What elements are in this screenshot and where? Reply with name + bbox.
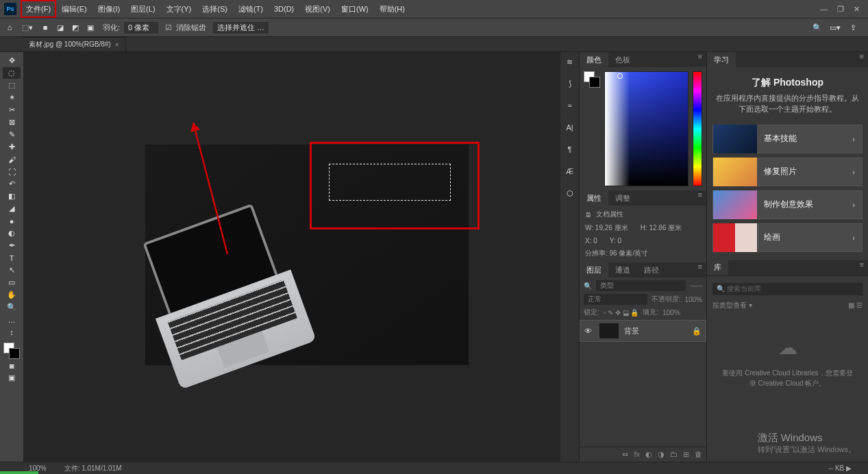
hue-slider[interactable]: [693, 71, 702, 186]
eraser-tool-icon[interactable]: ◧: [3, 190, 21, 202]
document-canvas[interactable]: [145, 145, 469, 365]
panel-menu-icon[interactable]: ≡: [694, 262, 706, 277]
fgbg-swatches[interactable]: [584, 71, 600, 88]
frame-tool-icon[interactable]: ⊠: [3, 116, 21, 128]
menu-file[interactable]: 文件(F): [21, 0, 56, 18]
brush-tool-icon[interactable]: 🖌: [3, 153, 21, 165]
feather-input[interactable]: 0 像素: [124, 22, 158, 34]
learn-card-paint[interactable]: 绘画›: [712, 223, 863, 252]
marquee-tool-icon[interactable]: ◌: [3, 67, 21, 79]
lasso-tool-icon[interactable]: ⬚: [3, 79, 21, 91]
refine-edge-button[interactable]: 选择并遮住 …: [213, 22, 269, 34]
tab-channels[interactable]: 通道: [608, 262, 637, 277]
subtract-selection-icon[interactable]: ◩: [70, 22, 81, 33]
brushes-panel-icon[interactable]: ≋: [563, 55, 577, 68]
document-tab[interactable]: 素材.jpg @ 100%(RGB/8#) ×: [22, 37, 126, 51]
new-selection-icon[interactable]: ■: [40, 22, 51, 33]
tab-paths[interactable]: 路径: [637, 262, 666, 277]
clone-panel-icon[interactable]: ≈: [563, 99, 577, 112]
panel-menu-icon[interactable]: ≡: [694, 190, 706, 205]
learn-card-effects[interactable]: 制作创意效果›: [712, 190, 863, 219]
layer-thumbnail[interactable]: [599, 323, 619, 338]
menu-view[interactable]: 视图(V): [299, 0, 336, 18]
3d-panel-icon[interactable]: ⬡: [563, 186, 577, 200]
bg-swatch[interactable]: [589, 77, 600, 88]
shape-tool-icon[interactable]: ▭: [3, 277, 21, 288]
paragraph-panel-icon[interactable]: ¶: [563, 142, 577, 156]
move-tool-icon[interactable]: ✥: [3, 55, 21, 66]
delete-icon[interactable]: 🗑: [695, 450, 702, 459]
menu-select[interactable]: 选择(S): [197, 0, 233, 18]
blur-tool-icon[interactable]: ●: [3, 215, 21, 227]
color-swatches[interactable]: [3, 342, 20, 359]
layer-name[interactable]: 背景: [624, 326, 639, 336]
menu-3d[interactable]: 3D(D): [269, 0, 299, 18]
grid-view-icon[interactable]: ▦: [848, 301, 854, 309]
workspace-icon[interactable]: ▭▾: [830, 22, 841, 33]
tab-swatches[interactable]: 色板: [608, 52, 637, 67]
panel-menu-icon[interactable]: ≡: [694, 52, 706, 67]
character-panel-icon[interactable]: A|: [563, 121, 577, 134]
share-icon[interactable]: ⇪: [847, 22, 858, 33]
history-brush-icon[interactable]: ↶: [3, 178, 21, 190]
tab-close-icon[interactable]: ×: [115, 41, 119, 49]
healing-tool-icon[interactable]: ✚: [3, 141, 21, 153]
search-icon[interactable]: 🔍: [812, 22, 823, 33]
menu-window[interactable]: 窗口(W): [336, 0, 374, 18]
quickmask-icon[interactable]: ◙: [3, 360, 21, 371]
mask-icon[interactable]: ◐: [645, 450, 652, 459]
tab-color[interactable]: 颜色: [580, 52, 608, 67]
adjustment-icon[interactable]: ◑: [658, 450, 665, 459]
checkbox-icon[interactable]: ☑: [165, 23, 172, 32]
eyedropper-tool-icon[interactable]: ✎: [3, 129, 21, 140]
layer-row[interactable]: 👁 背景 🔒: [580, 320, 706, 342]
library-group-select[interactable]: 按类型查看 ▾: [712, 301, 752, 310]
layer-filter[interactable]: 类型: [596, 280, 686, 291]
minimize-icon[interactable]: —: [820, 5, 828, 14]
menu-image[interactable]: 图像(I): [92, 0, 125, 18]
fill-value[interactable]: 100%: [662, 309, 680, 316]
more-tools-icon[interactable]: …: [3, 314, 21, 325]
stamp-tool-icon[interactable]: ⛶: [3, 166, 21, 177]
link-icon[interactable]: ⇔: [622, 450, 628, 459]
panel-menu-icon[interactable]: ≡: [856, 52, 868, 67]
pen-tool-icon[interactable]: ✒: [3, 240, 21, 251]
menu-edit[interactable]: 编辑(E): [56, 0, 92, 18]
crop-tool-icon[interactable]: ✂: [3, 104, 21, 116]
menu-help[interactable]: 帮助(H): [374, 0, 410, 18]
menu-filter[interactable]: 滤镜(T): [233, 0, 269, 18]
path-tool-icon[interactable]: ↖: [3, 264, 21, 276]
fx-icon[interactable]: fx: [634, 450, 640, 459]
canvas-area[interactable]: [23, 52, 560, 462]
group-icon[interactable]: 🗀: [670, 450, 678, 459]
list-view-icon[interactable]: ☰: [856, 301, 863, 309]
zoom-tool-icon[interactable]: 🔍: [3, 301, 21, 313]
close-icon[interactable]: ✕: [854, 5, 860, 14]
search-icon[interactable]: 🔍: [584, 282, 592, 290]
color-spectrum[interactable]: [604, 71, 689, 186]
opacity-value[interactable]: 100%: [684, 296, 702, 303]
wand-tool-icon[interactable]: ✶: [3, 92, 21, 103]
menu-type[interactable]: 文字(Y): [161, 0, 197, 18]
panel-menu-icon[interactable]: ≡: [856, 260, 868, 275]
add-selection-icon[interactable]: ◪: [55, 22, 66, 33]
blend-mode-select[interactable]: 正常: [584, 294, 647, 305]
home-icon[interactable]: ⌂: [4, 22, 15, 33]
tab-properties[interactable]: 属性: [580, 190, 608, 205]
glyphs-panel-icon[interactable]: Æ: [563, 164, 577, 178]
maximize-icon[interactable]: ❐: [837, 5, 844, 14]
tab-learn[interactable]: 学习: [707, 52, 736, 67]
tab-layers[interactable]: 图层: [580, 262, 608, 277]
brush-settings-panel-icon[interactable]: ⟆: [563, 77, 577, 90]
library-search[interactable]: 🔍 搜索当前库: [712, 283, 863, 295]
edit-toolbar-icon[interactable]: ↕: [3, 326, 21, 338]
hand-tool-icon[interactable]: ✋: [3, 289, 21, 301]
learn-card-retouch[interactable]: 修复照片›: [712, 158, 863, 186]
type-tool-icon[interactable]: T: [3, 252, 21, 264]
tab-adjustments[interactable]: 调整: [608, 190, 637, 205]
dodge-tool-icon[interactable]: ◐: [3, 227, 21, 239]
new-layer-icon[interactable]: ⊞: [683, 450, 689, 459]
learn-card-basics[interactable]: 基本技能›: [712, 125, 863, 153]
background-swatch[interactable]: [9, 348, 20, 359]
doc-info[interactable]: 文件: 1.01M/1.01M: [64, 464, 122, 473]
